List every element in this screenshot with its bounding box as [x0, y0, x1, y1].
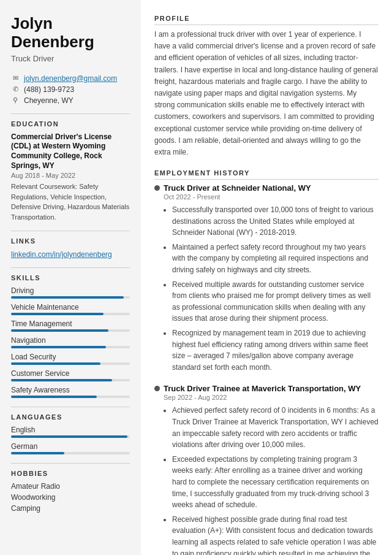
job-title: Truck Driver Trainee at Maverick Transpo…	[154, 384, 379, 393]
lang-bar-bg	[11, 452, 130, 454]
location-icon: ⚲	[11, 96, 20, 104]
lang-bar-fill	[11, 452, 64, 454]
skill-bar-bg	[11, 396, 130, 398]
skill-bar-bg	[11, 346, 130, 348]
hobby-item: Camping	[11, 504, 130, 513]
phone-icon: ✆	[11, 85, 20, 93]
skill-bar-bg	[11, 329, 130, 332]
jobs-list: Truck Driver at Schneider National, WY O…	[154, 183, 379, 555]
skill-bar-fill	[11, 379, 112, 381]
candidate-job-title: Truck Driver	[11, 54, 130, 63]
email-icon: ✉	[11, 74, 20, 82]
job-entry: Truck Driver Trainee at Maverick Transpo…	[154, 384, 379, 555]
edu-coursework: Relevant Coursework: Safety Regulations,…	[11, 182, 130, 222]
job-bullet: Received highest possible grade during f…	[172, 514, 379, 555]
skill-label: Load Security	[11, 353, 130, 361]
job-bullet: Recognized by management team in 2019 du…	[172, 327, 379, 373]
language-label: German	[11, 442, 130, 451]
skill-label: Driving	[11, 286, 130, 295]
skill-item: Vehicle Maintenance	[11, 303, 130, 315]
sidebar: Jolyn Denenberg Truck Driver ✉ jolyn.den…	[0, 0, 141, 555]
contact-email[interactable]: ✉ jolyn.denenberg@gmail.com	[11, 74, 130, 83]
contact-phone: ✆ (488) 139-9723	[11, 85, 130, 94]
candidate-name: Jolyn Denenberg	[11, 15, 130, 52]
job-title-text: Truck Driver at Schneider National, WY	[164, 183, 311, 193]
language-item: German	[11, 442, 130, 454]
skill-label: Navigation	[11, 336, 130, 345]
job-title: Truck Driver at Schneider National, WY	[154, 183, 379, 193]
job-bullet: Maintained a perfect safety record throu…	[172, 242, 379, 276]
job-date: Oct 2022 - Present	[164, 193, 379, 201]
skill-item: Navigation	[11, 336, 130, 348]
skill-bar-fill	[11, 362, 100, 365]
skill-bar-bg	[11, 379, 130, 381]
skill-label: Time Management	[11, 320, 130, 328]
job-title-text: Truck Driver Trainee at Maverick Transpo…	[164, 384, 361, 393]
skill-item: Customer Service	[11, 369, 130, 381]
edu-date: Aug 2018 - May 2022	[11, 172, 130, 179]
links-heading: LINKS	[11, 237, 130, 245]
contact-location: ⚲ Cheyenne, WY	[11, 96, 130, 105]
job-bullet: Successfully transported over 10,000 ton…	[172, 204, 379, 239]
skill-item: Driving	[11, 286, 130, 299]
skill-label: Vehicle Maintenance	[11, 303, 130, 312]
skill-item: Load Security	[11, 353, 130, 365]
skill-bar-bg	[11, 296, 130, 299]
skill-bar-fill	[11, 329, 108, 332]
job-dot	[154, 386, 160, 391]
profile-text: I am a professional truck driver with ov…	[154, 29, 379, 158]
main-content: PROFILE I am a professional truck driver…	[141, 0, 392, 555]
job-bullet: Received multiple awards for outstanding…	[172, 279, 379, 324]
hobbies-heading: HOBBIES	[11, 470, 130, 477]
edu-degree: Commercial Driver's License (CDL) at Wes…	[11, 132, 130, 170]
skill-bar-bg	[11, 313, 130, 315]
skill-item: Safety Awareness	[11, 386, 130, 398]
edu-coursework-label: Relevant Coursework:	[11, 183, 77, 190]
skill-bar-fill	[11, 313, 104, 315]
profile-heading: PROFILE	[154, 15, 379, 25]
employment-heading: EMPLOYMENT HISTORY	[154, 169, 379, 180]
skill-bar-fill	[11, 396, 97, 398]
languages-heading: LANGUAGES	[11, 413, 130, 421]
linkedin-link[interactable]: linkedin.com/in/jolyndenenberg	[11, 250, 130, 259]
language-item: English	[11, 426, 130, 438]
languages-list: English German	[11, 426, 130, 454]
skills-list: Driving Vehicle Maintenance Time Managem…	[11, 286, 130, 398]
job-entry: Truck Driver at Schneider National, WY O…	[154, 183, 379, 373]
job-bullet: Achieved perfect safety record of 0 inci…	[172, 405, 379, 450]
hobby-item: Woodworking	[11, 493, 130, 502]
lang-bar-bg	[11, 435, 130, 438]
language-label: English	[11, 426, 130, 434]
skill-item: Time Management	[11, 320, 130, 332]
skills-heading: SKILLS	[11, 274, 130, 281]
job-date: Sep 2022 - Aug 2022	[164, 394, 379, 401]
job-bullets-list: Successfully transported over 10,000 ton…	[164, 204, 379, 373]
skill-bar-fill	[11, 296, 124, 299]
hobbies-list: Amateur RadioWoodworkingCamping	[11, 482, 130, 513]
skill-bar-bg	[11, 362, 130, 365]
skill-label: Safety Awareness	[11, 386, 130, 394]
skill-label: Customer Service	[11, 369, 130, 378]
lang-bar-fill	[11, 435, 127, 438]
job-dot	[154, 185, 160, 191]
job-bullet: Exceeded expectations by completing trai…	[172, 454, 379, 511]
hobby-item: Amateur Radio	[11, 482, 130, 491]
education-heading: EDUCATION	[11, 120, 130, 128]
job-bullets-list: Achieved perfect safety record of 0 inci…	[164, 405, 379, 555]
skill-bar-fill	[11, 346, 106, 348]
